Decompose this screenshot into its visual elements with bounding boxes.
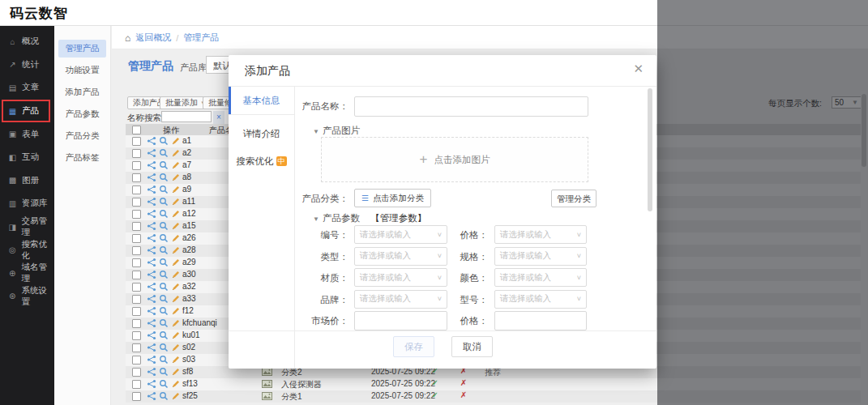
product-name[interactable]: kfchuanqi: [182, 318, 217, 327]
row-checkbox[interactable]: [132, 198, 141, 207]
product-name[interactable]: ku01: [182, 330, 200, 339]
preview-icon[interactable]: [159, 221, 169, 231]
modal-scrollbar[interactable]: [648, 88, 652, 211]
product-name[interactable]: a15: [182, 221, 196, 230]
product-name[interactable]: s02: [182, 343, 195, 352]
share-icon[interactable]: [147, 173, 156, 182]
subnav-item-管理产品[interactable]: 管理产品: [58, 40, 106, 58]
preview-icon[interactable]: [159, 233, 169, 243]
modal-tab-搜索优化[interactable]: 搜索优化 中: [229, 147, 294, 175]
preview-icon[interactable]: [159, 391, 169, 401]
product-name[interactable]: a1: [182, 136, 191, 145]
product-name[interactable]: a7: [182, 160, 191, 169]
preview-icon[interactable]: [159, 173, 169, 182]
edit-icon[interactable]: [171, 367, 181, 377]
row-checkbox[interactable]: [132, 173, 141, 182]
preview-icon[interactable]: [159, 379, 169, 389]
edit-icon[interactable]: [171, 294, 181, 304]
sidebar-item-图册[interactable]: ▩ 图册: [0, 169, 54, 193]
row-checkbox[interactable]: [132, 295, 141, 304]
row-checkbox[interactable]: [132, 343, 141, 352]
product-name[interactable]: a29: [182, 258, 196, 266]
preview-icon[interactable]: [159, 209, 169, 219]
product-name[interactable]: a12: [182, 209, 196, 218]
param-select[interactable]: 请选择或输入˅: [354, 225, 447, 244]
share-icon[interactable]: [147, 245, 156, 255]
row-checkbox[interactable]: [132, 137, 141, 146]
param-select[interactable]: 请选择或输入˅: [354, 268, 447, 287]
sidebar-item-概况[interactable]: ⌂ 概况: [0, 30, 54, 53]
subnav-item-添加产品[interactable]: 添加产品: [58, 83, 106, 101]
sidebar-item-互动[interactable]: ◧ 互动: [0, 146, 54, 169]
product-name[interactable]: a30: [182, 270, 196, 279]
share-icon[interactable]: [147, 185, 156, 194]
row-checkbox[interactable]: [132, 380, 141, 389]
add-image-dropzone[interactable]: + 点击添加图片: [321, 137, 588, 182]
share-icon[interactable]: [147, 136, 156, 146]
preview-icon[interactable]: [159, 318, 169, 328]
param-input[interactable]: [354, 311, 447, 330]
share-icon[interactable]: [147, 270, 156, 279]
row-checkbox[interactable]: [132, 185, 141, 194]
row-checkbox[interactable]: [132, 319, 141, 328]
product-name-input[interactable]: [354, 96, 588, 117]
row-checkbox[interactable]: [132, 161, 141, 170]
modal-tab-基本信息[interactable]: 基本信息: [229, 87, 294, 115]
product-name[interactable]: sf25: [182, 391, 198, 400]
subnav-item-产品参数[interactable]: 产品参数: [58, 105, 106, 123]
cancel-button[interactable]: 取消: [451, 336, 493, 357]
param-select[interactable]: 请选择或输入˅: [494, 268, 587, 287]
row-checkbox[interactable]: [132, 283, 141, 292]
row-checkbox[interactable]: [132, 222, 141, 231]
visible-check[interactable]: ✓: [430, 390, 441, 399]
edit-icon[interactable]: [171, 306, 181, 316]
subnav-item-功能设置[interactable]: 功能设置: [58, 62, 106, 79]
edit-icon[interactable]: [171, 282, 181, 292]
row-checkbox[interactable]: [132, 246, 141, 255]
edit-icon[interactable]: [171, 173, 181, 182]
product-name[interactable]: f12: [182, 306, 194, 315]
modal-tab-详情介绍[interactable]: 详情介绍: [229, 120, 294, 147]
collapse-triangle-icon[interactable]: ▼: [313, 128, 319, 135]
row-checkbox[interactable]: [132, 210, 141, 219]
row-checkbox[interactable]: [132, 331, 141, 340]
preview-icon[interactable]: [159, 330, 169, 340]
edit-icon[interactable]: [171, 379, 181, 389]
row-checkbox[interactable]: [132, 271, 141, 279]
preview-icon[interactable]: [159, 294, 169, 304]
preview-icon[interactable]: [159, 355, 169, 364]
manage-params-link[interactable]: 【管理参数】: [370, 213, 426, 223]
edit-icon[interactable]: [171, 318, 181, 328]
edit-icon[interactable]: [171, 209, 181, 219]
sidebar-item-搜索优化[interactable]: ◎ 搜索优化: [0, 238, 54, 262]
product-name[interactable]: a2: [182, 148, 191, 157]
visible-check[interactable]: ✓: [430, 378, 441, 387]
share-icon[interactable]: [147, 233, 156, 243]
sidebar-item-资源库[interactable]: ▥ 资源库: [0, 192, 54, 215]
share-icon[interactable]: [147, 379, 156, 389]
close-icon[interactable]: ✕: [633, 62, 644, 76]
subnav-item-产品分类[interactable]: 产品分类: [58, 127, 106, 145]
top-cross[interactable]: ✗: [458, 378, 469, 387]
sidebar-item-域名管理[interactable]: ⊕ 域名管理: [0, 262, 54, 285]
share-icon[interactable]: [147, 258, 156, 267]
product-name[interactable]: a28: [182, 245, 196, 254]
product-name[interactable]: a32: [182, 282, 196, 291]
param-select[interactable]: 请选择或输入˅: [354, 247, 447, 266]
preview-icon[interactable]: [159, 136, 169, 146]
preview-icon[interactable]: [159, 245, 169, 255]
preview-icon[interactable]: [159, 185, 169, 194]
share-icon[interactable]: [147, 148, 156, 158]
sidebar-item-文章[interactable]: ▤ 文章: [0, 76, 54, 100]
manage-category-button[interactable]: 管理分类: [551, 190, 596, 207]
share-icon[interactable]: [147, 197, 156, 207]
share-icon[interactable]: [147, 282, 156, 292]
product-name[interactable]: a8: [182, 173, 191, 181]
row-checkbox[interactable]: [132, 258, 141, 267]
product-name[interactable]: s03: [182, 355, 195, 364]
preview-icon[interactable]: [159, 258, 169, 267]
row-checkbox[interactable]: [132, 356, 141, 364]
preview-icon[interactable]: [159, 343, 169, 352]
edit-icon[interactable]: [171, 391, 181, 401]
edit-icon[interactable]: [171, 330, 181, 340]
